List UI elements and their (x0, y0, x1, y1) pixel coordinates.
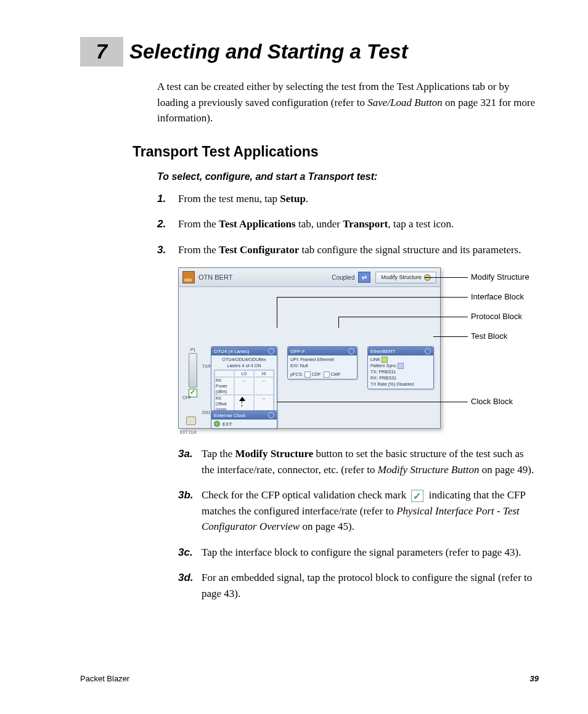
link-indicator-icon (382, 357, 388, 363)
checkbox-icon[interactable] (304, 371, 311, 378)
clock-ext: EXT (223, 421, 232, 427)
step-3-b1: Test Configurator (219, 244, 299, 256)
sub-a-post: on page 49). (479, 464, 534, 476)
substep-3a: 3a. Tap the Modify Structure button to s… (178, 446, 539, 477)
otu-col-lo: LO (234, 370, 254, 377)
step-3: 3. From the Test Configurator tab config… (157, 242, 539, 258)
port-area: P1 (182, 347, 203, 399)
globe-icon (214, 421, 220, 427)
callout-line (338, 317, 339, 328)
callout-clock-block: Clock Block (471, 397, 513, 406)
intro-paragraph: A test can be created either by selectin… (157, 79, 539, 126)
ds1-label: DS1 (202, 410, 211, 415)
clock-block[interactable]: External Clock EXT (211, 410, 277, 429)
gfp-cdf: CDF (312, 371, 321, 377)
sub-c-text: Tap the interface block to configure the… (202, 545, 539, 561)
substep-number: 3c. (178, 545, 202, 561)
step-2-b1: Test Applications (219, 218, 296, 230)
gfp-header: GFP-F (290, 349, 305, 354)
screenshot-header: OTN BERT Coupled ⇄ Modify Structure (179, 268, 440, 287)
ether-tx: TX: PRBS31 (370, 369, 431, 375)
test-block[interactable]: EtherBERT LINK Pattern Sync TX: PRBS31 R… (367, 346, 434, 389)
test-configurator-screenshot: OTN BERT Coupled ⇄ Modify Structure P1 (178, 267, 441, 429)
callout-line (425, 277, 468, 278)
callout-protocol-block: Protocol Block (471, 312, 522, 321)
modify-structure-label: Modify Structure (381, 274, 422, 280)
footer-page-number: 39 (530, 674, 539, 683)
check-mark-icon (411, 490, 423, 502)
block-expand-icon (268, 412, 274, 418)
procedure-title: To select, configure, and start a Transp… (157, 171, 539, 182)
step-3-post: tab configure the signal structure and i… (299, 244, 521, 256)
clock-header: External Clock (214, 413, 246, 418)
step-2-b2: Transport (343, 218, 388, 230)
ds1-area (186, 415, 196, 426)
callout-line (433, 336, 468, 337)
chapter-header: 7 Selecting and Starting a Test (80, 37, 539, 67)
callout-modify-structure: Modify Structure (471, 272, 529, 282)
step-1-bold: Setup (280, 193, 306, 205)
configurator-figure: OTN BERT Coupled ⇄ Modify Structure P1 (178, 267, 560, 434)
ether-header: EtherBERT (370, 349, 395, 354)
otu-lasers: Lasers 4 of 4 ON (214, 363, 274, 369)
substep-number: 3d. (178, 570, 202, 601)
coupled-label: Coupled (332, 274, 354, 281)
gfp-cmf: CMF (331, 371, 341, 377)
port-p1-label: P1 (182, 347, 203, 352)
callout-line (277, 297, 277, 328)
intro-ref: Save/Load Button (367, 97, 442, 108)
sync-indicator-icon (398, 363, 404, 369)
chapter-title: Selecting and Starting a Test (129, 40, 408, 63)
step-2-post: , tap a test icon. (388, 218, 454, 230)
step-2-mid: tab, under (296, 218, 343, 230)
step-1-post: . (306, 193, 308, 205)
step-number: 1. (157, 191, 178, 207)
ether-rx: RX: PRBS31 (370, 375, 431, 381)
protocol-block[interactable]: GFP-F UPI: Framed Ethernet EXI: Null pFC… (287, 346, 357, 379)
block-expand-icon (425, 348, 431, 354)
callout-line (338, 317, 468, 317)
port-connector-icon[interactable] (189, 353, 197, 387)
ether-link: LINK (370, 357, 380, 362)
footer-product: Packet Blazer (80, 674, 129, 683)
sub-b-pre: Check for the CFP optical validation che… (202, 489, 409, 501)
screenshot-body: P1 TX/RX CFP DS1 EXT CLK OTU4 (4 Lanes) (179, 287, 440, 428)
otu-col-hi: HI (254, 370, 274, 377)
sub-a-ref: Modify Structure Button (378, 464, 480, 476)
callout-line (277, 297, 468, 298)
gfp-exi: EXI: Null (290, 363, 354, 369)
step-list: 1. From the test menu, tap Setup. 2. Fro… (157, 191, 539, 258)
swap-button[interactable]: ⇄ (358, 272, 370, 283)
callout-line (277, 402, 468, 402)
substep-3c: 3c. Tap the interface block to configure… (178, 545, 539, 561)
callout-interface-block: Interface Block (471, 292, 524, 301)
step-1-pre: From the test menu, tap (178, 193, 280, 205)
step-number: 3. (157, 242, 178, 258)
block-expand-icon (348, 348, 354, 354)
ds1-plug-icon[interactable] (186, 416, 196, 425)
sub-a-pre: Tap the (202, 448, 235, 460)
chapter-number: 7 (80, 37, 123, 67)
cfp-label: CFP (182, 396, 191, 400)
sub-a-bold: Modify Structure (235, 448, 314, 460)
gfp-pfcs: pFCS: (290, 371, 303, 377)
otu-header: OTU4 (4 Lanes) (214, 349, 249, 354)
app-icon (182, 271, 195, 283)
step-2: 2. From the Test Applications tab, under… (157, 216, 539, 232)
step-number: 2. (157, 216, 178, 232)
sub-b-post: on page 45). (300, 521, 354, 532)
ether-psync: Pattern Sync (370, 363, 396, 368)
callout-test-block: Test Block (471, 331, 507, 341)
checkbox-icon[interactable] (324, 371, 330, 378)
sub-d-text: For an embedded signal, tap the protocol… (202, 570, 539, 601)
otu-row-label: RX Power (dBm) (214, 377, 234, 395)
gfp-upi: UPI: Framed Ethernet (290, 357, 354, 363)
arrow-up-icon (238, 397, 247, 408)
substep-3d: 3d. For an embedded signal, tap the prot… (178, 570, 539, 601)
substep-number: 3b. (178, 487, 202, 535)
step-2-pre: From the (178, 218, 219, 230)
otu-sub: OTU4/ODU4/ODUflex (214, 357, 274, 363)
extclk-label: EXT CLK (180, 430, 197, 434)
substep-3b: 3b. Check for the CFP optical validation… (178, 487, 539, 535)
page-footer: Packet Blazer 39 (80, 674, 539, 683)
